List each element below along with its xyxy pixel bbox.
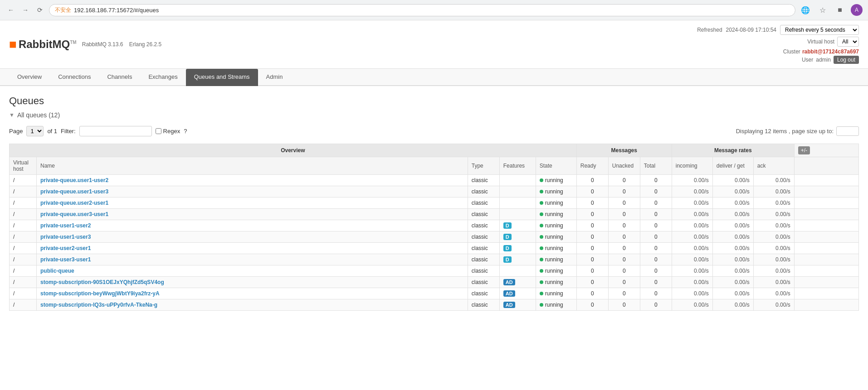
page-select[interactable]: 1 [26, 126, 44, 136]
nav-item-channels[interactable]: Channels [99, 69, 140, 86]
state-running: running [540, 302, 573, 308]
cell-name: stomp-subscription-beyWwgjWbtY9iya2frz-y… [37, 288, 468, 299]
overview-header: Overview [10, 144, 577, 157]
cell-total: 0 [640, 254, 672, 265]
cell-type: classic [468, 231, 499, 243]
cell-deliver-get: 0.00/s [712, 186, 753, 197]
cell-type: classic [468, 265, 499, 277]
cell-actions [794, 254, 858, 265]
refresh-select[interactable]: Refresh every 5 seconds Refresh every 10… [780, 25, 859, 35]
forward-button[interactable]: → [20, 5, 31, 15]
nav-item-overview[interactable]: Overview [9, 69, 50, 86]
cell-features: AD [499, 288, 536, 299]
queue-name-link[interactable]: private-queue.user1-user2 [40, 177, 108, 183]
queue-table: Overview Messages Message rates +/- Virt… [9, 144, 859, 311]
cell-unacked: 0 [608, 231, 640, 243]
cell-incoming: 0.00/s [672, 209, 712, 220]
cell-deliver-get: 0.00/s [712, 231, 753, 243]
cell-name: private-user2-user1 [37, 243, 468, 254]
queue-name-link[interactable]: stomp-subscription-lQ3s-uPPy0rfvA-TkeNa-… [40, 302, 157, 308]
nav-item-queues[interactable]: Queues and Streams [186, 69, 258, 86]
cell-ack: 0.00/s [753, 186, 794, 197]
vhost-select[interactable]: All / [837, 37, 859, 47]
logout-button[interactable]: Log out [834, 56, 859, 64]
cell-ready: 0 [576, 277, 608, 288]
cell-vhost: / [10, 220, 37, 231]
table-row: / private-user1-user3 classic D running … [10, 231, 859, 243]
cell-type: classic [468, 277, 499, 288]
profile-avatar[interactable]: A [851, 4, 863, 16]
page-title: Queues [9, 95, 859, 107]
cell-deliver-get: 0.00/s [712, 299, 753, 311]
regex-label[interactable]: Regex [156, 128, 180, 135]
address-bar[interactable]: 不安全 192.168.186.77:15672/#/queues [49, 4, 795, 16]
cell-total: 0 [640, 265, 672, 277]
plus-minus-cell[interactable]: +/- [794, 144, 858, 157]
state-label: running [545, 290, 563, 297]
queue-name-link[interactable]: private-user1-user2 [40, 222, 91, 229]
cell-ready: 0 [576, 186, 608, 197]
version-info: RabbitMQ 3.13.6 Erlang 26.2.5 [82, 41, 162, 48]
queue-name-link[interactable]: private-queue.user1-user3 [40, 188, 108, 195]
state-running: running [540, 268, 573, 274]
nav-item-exchanges[interactable]: Exchanges [140, 69, 185, 86]
rabbitmq-logo: ■ RabbitMQTM [9, 37, 77, 52]
col-header-ack: ack [753, 157, 794, 175]
cell-incoming: 0.00/s [672, 186, 712, 197]
filter-input[interactable] [79, 126, 152, 136]
plus-minus-button[interactable]: +/- [798, 146, 810, 154]
cell-actions [794, 265, 858, 277]
cell-incoming: 0.00/s [672, 254, 712, 265]
cell-total: 0 [640, 288, 672, 299]
extensions-icon[interactable]: ■ [834, 4, 846, 16]
erlang-version-label: Erlang [129, 41, 145, 48]
cell-ack: 0.00/s [753, 277, 794, 288]
cell-total: 0 [640, 220, 672, 231]
of-label: of 1 [47, 128, 57, 135]
col-header-vhost: Virtual host [10, 157, 37, 175]
queue-name-link[interactable]: private-user1-user3 [40, 234, 91, 240]
cell-unacked: 0 [608, 197, 640, 209]
cell-type: classic [468, 243, 499, 254]
back-button[interactable]: ← [5, 5, 16, 15]
queue-name-link[interactable]: public-queue [40, 268, 74, 274]
cell-ack: 0.00/s [753, 265, 794, 277]
reload-button[interactable]: ⟳ [34, 5, 45, 15]
cell-actions [794, 209, 858, 220]
translate-icon[interactable]: 🌐 [799, 4, 812, 16]
url-text: 192.168.186.77:15672/#/queues [74, 7, 159, 14]
queue-name-link[interactable]: private-queue.user3-user1 [40, 211, 108, 217]
question-mark[interactable]: ? [184, 128, 187, 135]
table-row: / stomp-subscription-beyWwgjWbtY9iya2frz… [10, 288, 859, 299]
cell-state: running [536, 231, 576, 243]
section-header[interactable]: ▼ All queues (12) [9, 111, 859, 119]
messages-header: Messages [576, 144, 672, 157]
rabbitmq-version: 3.13.6 [108, 41, 123, 48]
queue-name-link[interactable]: private-user3-user1 [40, 256, 91, 263]
table-row: / private-user2-user1 classic D running … [10, 243, 859, 254]
queue-name-link[interactable]: stomp-subscription-beyWwgjWbtY9iya2frz-y… [40, 290, 160, 297]
queue-name-link[interactable]: private-user2-user1 [40, 245, 91, 251]
cell-name: private-user3-user1 [37, 254, 468, 265]
state-label: running [545, 268, 563, 274]
username: admin [816, 57, 831, 63]
state-dot [540, 280, 543, 284]
cell-vhost: / [10, 254, 37, 265]
display-info: Displaying 12 items , page size up to: 1… [736, 126, 859, 136]
queue-name-link[interactable]: private-queue.user2-user1 [40, 200, 108, 206]
cell-incoming: 0.00/s [672, 288, 712, 299]
nav-item-admin[interactable]: Admin [258, 69, 291, 86]
page-size-input[interactable]: 100 [836, 126, 859, 136]
cell-incoming: 0.00/s [672, 277, 712, 288]
cell-features [499, 209, 536, 220]
queue-name-link[interactable]: stomp-subscription-90S1OEJxYQhjfZd5qSV4o… [40, 279, 164, 285]
cell-ready: 0 [576, 265, 608, 277]
bookmark-icon[interactable]: ☆ [816, 4, 829, 16]
table-row: / private-queue.user1-user2 classic runn… [10, 175, 859, 186]
nav-item-connections[interactable]: Connections [50, 69, 99, 86]
cell-state: running [536, 220, 576, 231]
cell-incoming: 0.00/s [672, 299, 712, 311]
cell-type: classic [468, 209, 499, 220]
cell-state: running [536, 197, 576, 209]
regex-checkbox[interactable] [156, 128, 161, 134]
